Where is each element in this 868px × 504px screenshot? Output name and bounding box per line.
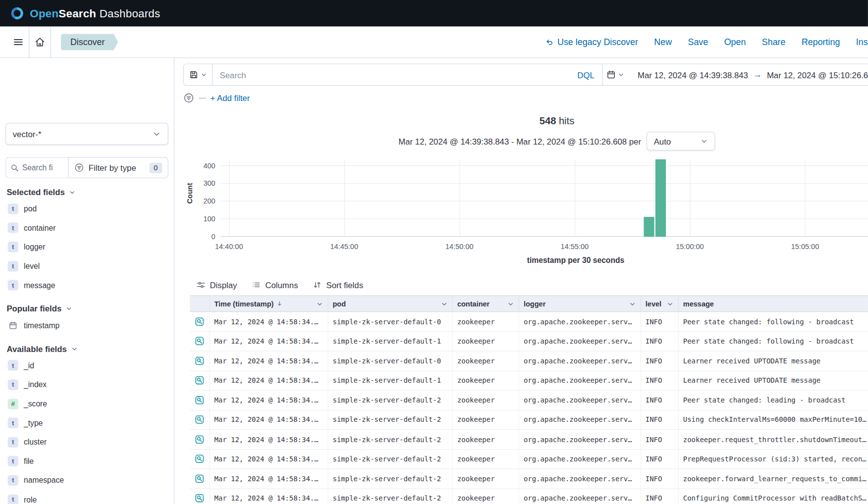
histogram-plot[interactable]: 010020030040014:40:0014:45:0014:50:0014:…	[221, 159, 868, 237]
histogram-bar[interactable]	[644, 217, 654, 237]
text-field-icon: t	[8, 418, 18, 428]
display-icon	[197, 280, 206, 289]
expand-document-button[interactable]	[190, 469, 210, 488]
y-tick-label: 100	[191, 214, 215, 223]
inspect-document-icon	[195, 435, 204, 444]
column-header-pod[interactable]: pod	[328, 296, 453, 311]
chevron-down-icon[interactable]	[316, 300, 324, 307]
expand-document-button[interactable]	[190, 489, 210, 504]
histogram-bar[interactable]	[655, 159, 666, 237]
table-cell: org.apache.zookeeper.serv…	[519, 430, 641, 449]
nav-action-inspect[interactable]: Inspect	[856, 37, 868, 47]
table-cell: Mar 12, 2024 @ 14:58:34.…	[210, 371, 328, 390]
opensearch-logo-icon[interactable]	[10, 6, 24, 20]
filter-icon[interactable]	[183, 93, 194, 103]
column-header-time-timestamp[interactable]: Time (timestamp)	[210, 296, 328, 311]
field-item-type[interactable]: t_type	[5, 413, 168, 433]
chevron-down-icon[interactable]	[440, 300, 448, 307]
field-item-pod[interactable]: tpod	[5, 199, 168, 218]
field-item-logger[interactable]: tlogger	[5, 238, 168, 257]
field-search-input[interactable]	[22, 163, 64, 172]
table-cell: zookeeper	[453, 450, 519, 469]
table-cell: simple-zk-server-default-2	[328, 489, 453, 504]
column-header-level[interactable]: level	[641, 296, 679, 311]
use-legacy-discover-link[interactable]: Use legacy Discover	[545, 37, 638, 47]
field-item-container[interactable]: tcontainer	[5, 218, 168, 238]
table-cell: org.apache.zookeeper.serv…	[519, 450, 641, 469]
column-header-logger[interactable]: logger	[519, 296, 641, 311]
field-item-index[interactable]: t_index	[5, 375, 168, 395]
expand-document-button[interactable]	[190, 332, 210, 351]
interval-select[interactable]: Auto	[647, 132, 715, 151]
field-item-id[interactable]: t_id	[5, 356, 168, 375]
breadcrumb[interactable]: Discover	[61, 34, 118, 50]
index-pattern-select[interactable]: vector-*	[5, 123, 168, 145]
table-cell: org.apache.zookeeper.serv…	[519, 410, 641, 429]
column-header-container[interactable]: container	[453, 296, 519, 311]
results-panel: 548 hits Mar 12, 2024 @ 14:39:38.843 - M…	[183, 109, 868, 504]
date-to[interactable]: Mar 12, 2024 @ 15:10:26.608	[767, 70, 868, 79]
filter-by-type-button[interactable]: Filter by type 0	[68, 157, 168, 178]
field-search[interactable]	[5, 157, 68, 178]
nav-action-reporting[interactable]: Reporting	[802, 37, 840, 47]
nav-action-save[interactable]: Save	[688, 37, 708, 47]
expand-document-button[interactable]	[190, 450, 210, 469]
sidebar-sections: Selected fieldstpodtcontainertloggertlev…	[5, 185, 168, 504]
sidebar-section-title-popular-fields[interactable]: Popular fields	[5, 302, 168, 316]
field-item-message[interactable]: tmessage	[5, 276, 168, 295]
field-item-timestamp[interactable]: timestamp	[5, 316, 168, 335]
field-item-role[interactable]: trole	[5, 490, 168, 504]
nav-action-open[interactable]: Open	[724, 37, 746, 47]
table-cell: zookeeper	[453, 371, 519, 390]
field-item-cluster[interactable]: tcluster	[5, 433, 168, 452]
date-from[interactable]: Mar 12, 2024 @ 14:39:38.843	[638, 70, 748, 79]
table-cell: Mar 12, 2024 @ 14:58:34.…	[210, 312, 328, 331]
y-gridline	[221, 183, 868, 184]
expand-document-button[interactable]	[190, 410, 210, 429]
table-header-row: Time (timestamp)podcontainerloggerlevelm…	[190, 296, 868, 312]
chevron-down-icon[interactable]	[629, 300, 636, 307]
table-toolbar: DisplayColumnsSort fields	[183, 277, 868, 294]
expand-document-button[interactable]	[190, 391, 210, 410]
display-button[interactable]: Display	[197, 280, 237, 290]
expand-document-button[interactable]	[190, 371, 210, 390]
expand-document-button[interactable]	[190, 351, 210, 370]
inspect-document-icon	[195, 376, 204, 385]
columns-button[interactable]: Columns	[252, 280, 298, 290]
menu-icon[interactable]	[8, 26, 29, 58]
column-header-message[interactable]: message	[679, 296, 868, 311]
sidebar-section-title-available-fields[interactable]: Available fields	[5, 342, 168, 356]
chevron-down-icon[interactable]	[666, 300, 674, 307]
inspect-document-icon	[195, 474, 204, 483]
expand-document-button[interactable]	[190, 312, 210, 331]
field-item-file[interactable]: tfile	[5, 452, 168, 471]
sidebar-section-title-selected-fields[interactable]: Selected fields	[5, 185, 168, 199]
nav-action-new[interactable]: New	[654, 37, 672, 47]
chevron-down-icon[interactable]	[507, 300, 514, 307]
saved-query-button[interactable]	[184, 64, 213, 85]
field-item-level[interactable]: tlevel	[5, 256, 168, 276]
table-cell: simple-zk-server-default-2	[328, 391, 453, 410]
table-cell: Mar 12, 2024 @ 14:58:34.…	[210, 489, 328, 504]
query-language-button[interactable]: DQL	[570, 70, 602, 79]
chevron-down-icon	[618, 71, 624, 78]
table-row: Mar 12, 2024 @ 14:58:34.…simple-zk-serve…	[190, 410, 868, 430]
search-input[interactable]	[213, 70, 570, 79]
y-tick-label: 200	[191, 197, 215, 205]
date-quick-select-button[interactable]	[602, 64, 629, 85]
nav-action-share[interactable]: Share	[762, 37, 786, 47]
page-body: vector-* Filter by type 0	[0, 58, 868, 504]
table-cell: INFO	[641, 430, 679, 449]
field-item-namespace[interactable]: tnamespace	[5, 471, 168, 490]
table-cell: INFO	[641, 469, 679, 488]
expand-document-button[interactable]	[190, 430, 210, 449]
sort-button[interactable]: Sort fields	[313, 280, 363, 290]
field-item-score[interactable]: #_score	[5, 394, 168, 413]
table-cell: simple-zk-server-default-0	[328, 351, 453, 370]
add-filter-link[interactable]: + Add filter	[211, 93, 250, 102]
table-row: Mar 12, 2024 @ 14:58:34.…simple-zk-serve…	[190, 371, 868, 391]
home-icon[interactable]	[29, 26, 50, 58]
table-row: Mar 12, 2024 @ 14:58:34.…simple-zk-serve…	[190, 351, 868, 371]
date-range: Mar 12, 2024 @ 14:39:38.843 → Mar 12, 20…	[629, 70, 868, 80]
table-cell: Mar 12, 2024 @ 14:58:34.…	[210, 469, 328, 488]
